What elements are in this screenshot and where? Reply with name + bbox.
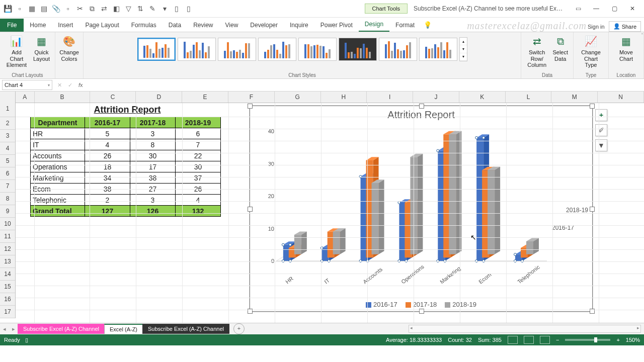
chart-style-thumb-2[interactable] xyxy=(178,38,216,61)
clip-icon[interactable]: 📎 xyxy=(51,4,60,13)
sheet-tab-1[interactable]: Excel (A-Z) xyxy=(104,324,143,334)
row-header-9[interactable]: 9 xyxy=(0,205,15,218)
row-header-13[interactable]: 13 xyxy=(0,255,15,268)
column-header-E[interactable]: E xyxy=(182,92,228,103)
tab-design[interactable]: Design xyxy=(359,18,389,32)
table-icon[interactable]: ▤ xyxy=(39,4,48,13)
zoom-level[interactable]: 150% xyxy=(626,337,640,343)
tab-nav-next-icon[interactable]: ▸ xyxy=(9,326,18,332)
row-header-16[interactable]: 16 xyxy=(0,293,15,306)
tab-developer[interactable]: Developer xyxy=(244,19,284,32)
embedded-chart[interactable]: + ✐ ▼ Attrition Report 010203040 HRITAcc… xyxy=(250,106,593,312)
worksheet[interactable]: ABCDEFGHIJKLMN 1234567891011121314151617… xyxy=(0,92,644,323)
tab-file[interactable]: File xyxy=(0,19,24,32)
row-header-10[interactable]: 10 xyxy=(0,218,15,230)
gallery-scroll[interactable]: ▴▾▾ xyxy=(459,37,467,61)
column-header-J[interactable]: J xyxy=(413,92,459,103)
tab-view[interactable]: View xyxy=(219,19,245,32)
tab-insert[interactable]: Insert xyxy=(52,19,79,32)
row-header-11[interactable]: 11 xyxy=(0,230,15,243)
chart-style-thumb-1[interactable] xyxy=(137,38,176,61)
sheet-tab-2[interactable]: Subscribe Excel (A-Z) Channel xyxy=(142,324,229,334)
zoom-out-icon[interactable]: − xyxy=(556,337,559,343)
tab-format[interactable]: Format xyxy=(389,19,421,32)
enter-fx-icon[interactable]: ✓ xyxy=(65,82,75,88)
column-header-M[interactable]: M xyxy=(551,92,598,103)
chart-styles-button[interactable]: ✐ xyxy=(595,124,607,136)
add-sheet-button[interactable]: + xyxy=(233,323,245,334)
row-header-8[interactable]: 8 xyxy=(0,193,15,205)
column-header-F[interactable]: F xyxy=(228,92,275,103)
tab-formulas[interactable]: Formulas xyxy=(125,19,163,32)
column-header-N[interactable]: N xyxy=(598,92,644,103)
row-header-6[interactable]: 6 xyxy=(0,167,15,180)
row-header-1[interactable]: 1 xyxy=(0,103,15,117)
doc-icon[interactable]: ▫ xyxy=(15,4,24,13)
chart-style-thumb-7[interactable] xyxy=(379,38,417,61)
select-data-button[interactable]: ⧉Select Data xyxy=(550,33,570,69)
signin-link[interactable]: Sign in xyxy=(588,24,605,30)
row-header-7[interactable]: 7 xyxy=(0,180,15,193)
move-chart-button[interactable]: ▦Move Chart xyxy=(612,33,640,63)
chart-icon[interactable]: ⇄ xyxy=(100,4,109,13)
pivot-icon[interactable]: ◧ xyxy=(112,4,121,13)
column-header-C[interactable]: C xyxy=(90,92,136,103)
column-header-A[interactable]: A xyxy=(16,92,35,103)
row-header-12[interactable]: 12 xyxy=(0,243,15,255)
tab-review[interactable]: Review xyxy=(187,19,219,32)
formula-input[interactable] xyxy=(86,80,644,90)
change-colors-button[interactable]: 🎨Change Colors xyxy=(57,33,81,63)
column-header-G[interactable]: G xyxy=(275,92,321,103)
lightbulb-icon[interactable]: 💡 xyxy=(421,18,435,32)
zoom-in-icon[interactable]: + xyxy=(616,337,619,343)
dropdown-icon[interactable]: ▾ xyxy=(160,4,169,13)
filter-icon[interactable]: ▽ xyxy=(124,4,133,13)
page-break-view-icon[interactable] xyxy=(540,336,550,344)
macro-record-icon[interactable]: ▯ xyxy=(25,337,28,343)
row-header-17[interactable]: 17 xyxy=(0,306,15,318)
fx-icon[interactable]: fx xyxy=(75,82,86,88)
row-header-2[interactable]: 2 xyxy=(0,117,15,130)
tab-nav-prev-icon[interactable]: ◂ xyxy=(0,326,9,332)
save-icon[interactable]: 💾 xyxy=(3,4,12,13)
sort-icon[interactable]: ⇅ xyxy=(136,4,145,13)
ribbon-options-icon[interactable]: ▭ xyxy=(570,2,587,16)
horizontal-scrollbar[interactable]: ◂▸ xyxy=(409,325,641,333)
tab-data[interactable]: Data xyxy=(163,19,187,32)
cancel-fx-icon[interactable]: ✕ xyxy=(54,82,65,88)
scissors-icon[interactable]: ✂ xyxy=(75,4,85,13)
row-header-14[interactable]: 14 xyxy=(0,268,15,281)
sheet-tab-0[interactable]: Subscribe Excel (A-Z) Channel xyxy=(18,324,105,334)
zoom-slider[interactable] xyxy=(565,339,610,341)
copy-icon[interactable]: ⧉ xyxy=(88,4,97,13)
quick-layout-button[interactable]: ▦Quick Layout xyxy=(31,33,52,69)
row-header-4[interactable]: 4 xyxy=(0,142,15,155)
chart-style-thumb-4[interactable] xyxy=(258,38,296,61)
collapse-ribbon-icon[interactable]: ˆ xyxy=(641,33,643,39)
pagebreak-icon[interactable]: ▯ xyxy=(172,4,181,13)
column-header-H[interactable]: H xyxy=(321,92,367,103)
chart-elements-button[interactable]: + xyxy=(595,109,607,121)
attrition-table[interactable]: Department2016-172017-182018-19HR536IT48… xyxy=(30,117,221,217)
chart-legend[interactable]: 2016-172017-182018-19 xyxy=(250,301,592,308)
add-chart-element-button[interactable]: 📊Add Chart Element xyxy=(3,33,30,69)
column-header-I[interactable]: I xyxy=(367,92,413,103)
print-icon[interactable]: ▯ xyxy=(184,4,193,13)
column-header-B[interactable]: B xyxy=(35,92,90,103)
maximize-icon[interactable]: ▢ xyxy=(606,2,623,16)
close-icon[interactable]: ✕ xyxy=(624,2,641,16)
column-header-K[interactable]: K xyxy=(459,92,506,103)
change-chart-type-button[interactable]: 📈Change Chart Type xyxy=(577,33,605,69)
switch-row-column-button[interactable]: ⇄Switch Row/ Column xyxy=(524,33,549,69)
page-icon[interactable]: ▫ xyxy=(63,4,72,13)
page-layout-view-icon[interactable] xyxy=(524,336,534,344)
grid-icon[interactable]: ▦ xyxy=(27,4,36,13)
tab-inquire[interactable]: Inquire xyxy=(284,19,314,32)
tab-home[interactable]: Home xyxy=(24,19,52,32)
minimize-icon[interactable]: — xyxy=(588,2,605,16)
brush-icon[interactable]: ✎ xyxy=(148,4,157,13)
column-header-L[interactable]: L xyxy=(506,92,552,103)
row-header-5[interactable]: 5 xyxy=(0,155,15,167)
chart-styles-gallery[interactable]: ▴▾▾ xyxy=(136,33,468,65)
name-box[interactable]: Chart 4▾ xyxy=(2,80,52,90)
